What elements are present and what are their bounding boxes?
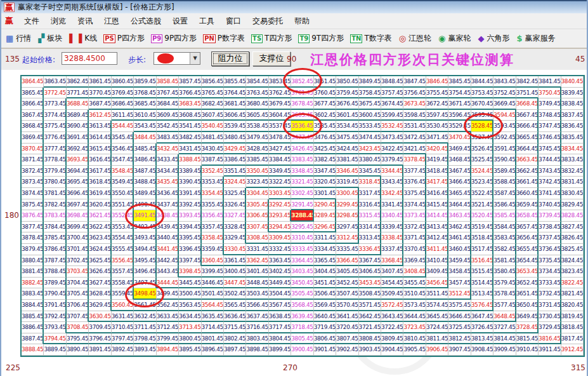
price-cell: 3881.45 xyxy=(22,266,44,278)
price-cell: 3619.45 xyxy=(89,188,111,199)
toolbar-button-sectors[interactable]: ▞板块 xyxy=(37,33,62,44)
price-cell: 3745.45 xyxy=(539,144,561,155)
toolbar-button-hexagon[interactable]: ◆六角形 xyxy=(477,33,509,44)
price-cell: 3639.45 xyxy=(291,311,313,323)
toolbar-button-gann-wheel[interactable]: ◎江恩轮 xyxy=(398,33,431,44)
price-cell: 3866.45 xyxy=(22,98,44,110)
price-cell: 3902.45 xyxy=(336,344,358,356)
price-cell: 3797.45 xyxy=(112,333,134,345)
price-cell: 3299.45 xyxy=(336,199,358,211)
toolbar-button-quotes[interactable]: ▦行情 xyxy=(5,33,31,44)
price-cell: 3385.45 xyxy=(246,154,268,166)
menu-item-公式选股[interactable]: 公式选股 xyxy=(125,14,167,29)
price-cell: 3497.45 xyxy=(134,278,156,289)
price-cell: 3713.45 xyxy=(179,322,201,333)
menu-item-工具[interactable]: 工具 xyxy=(193,14,220,29)
toolbar-button-9p-square[interactable]: P99P四方形 xyxy=(151,33,197,44)
price-cell: 3399.45 xyxy=(202,266,224,278)
price-cell: 3613.45 xyxy=(89,121,111,132)
toolbar-button-9t-square[interactable]: T99T四方形 xyxy=(298,33,344,44)
menu-item-帮助[interactable]: 帮助 xyxy=(289,14,315,29)
price-cell: 3356.45 xyxy=(202,210,224,222)
start-price-input[interactable] xyxy=(62,52,117,65)
price-cell: 3776.45 xyxy=(44,132,66,144)
price-cell: 3417.45 xyxy=(426,177,448,188)
price-cell: 3667.45 xyxy=(516,110,539,121)
menu-item-文件[interactable]: 文件 xyxy=(18,14,45,29)
price-cell: 3576.45 xyxy=(471,300,493,311)
toolbar-button-kline[interactable]: ▌▐K线 xyxy=(69,33,97,44)
price-cell: 3387.45 xyxy=(202,154,224,166)
price-cell: 3878.45 xyxy=(22,232,44,244)
winner-wheel-icon: ◉ xyxy=(438,34,446,43)
resistance-button[interactable]: 阻力位 xyxy=(211,51,249,66)
price-cell: 3819.45 xyxy=(561,311,584,323)
toolbar-button-p-square[interactable]: PSP四方形 xyxy=(103,33,145,44)
step-dropdown[interactable]: ▼ xyxy=(154,52,200,65)
price-cell: 3293.45 xyxy=(269,210,291,222)
price-cell: 3707.45 xyxy=(67,311,89,323)
p9-icon: P9 xyxy=(151,34,162,43)
price-cell: 3901.45 xyxy=(314,344,336,356)
price-cell: 3843.45 xyxy=(493,76,516,88)
price-cell: 3514.45 xyxy=(471,278,493,289)
dropdown-arrow-icon[interactable]: ▼ xyxy=(190,53,200,64)
toolbar-button-p-table[interactable]: PNP数字表 xyxy=(203,33,245,44)
price-cell: 3636.45 xyxy=(224,311,246,323)
price-cell: 3383.45 xyxy=(291,154,313,166)
price-cell: 3319.45 xyxy=(336,177,358,188)
price-cell: 3845.45 xyxy=(448,76,471,88)
price-cell: 3766.45 xyxy=(179,88,201,99)
price-cell: 3861.45 xyxy=(89,76,111,88)
price-cell: 3700.45 xyxy=(67,232,89,244)
menu-item-设置[interactable]: 设置 xyxy=(167,14,193,29)
price-cell: 3376.45 xyxy=(403,177,426,188)
menu-item-交易委托[interactable]: 交易委托 xyxy=(247,14,289,29)
price-cell: 3414.45 xyxy=(426,210,448,222)
price-cell: 3360.45 xyxy=(202,255,224,267)
step-label: 步长: xyxy=(128,55,146,65)
price-cell: 3768.45 xyxy=(134,88,156,99)
price-cell: 3722.45 xyxy=(381,322,403,333)
price-cell: 3398.45 xyxy=(179,266,201,278)
price-cell: 3401.45 xyxy=(246,266,268,278)
toolbar-label: P四方形 xyxy=(117,33,145,44)
price-cell: 3292.45 xyxy=(269,199,291,211)
price-cell: 3491.45 xyxy=(134,210,156,222)
menu-item-资讯[interactable]: 资讯 xyxy=(72,14,98,29)
price-cell: 3631.45 xyxy=(112,311,134,323)
toolbar-button-t-square[interactable]: TST四方形 xyxy=(251,33,292,44)
blocks-icon: ▞ xyxy=(37,34,45,43)
support-button[interactable]: 支撑位 xyxy=(252,51,291,66)
price-cell: 3756.45 xyxy=(403,88,426,99)
price-cell: 3697.45 xyxy=(67,199,89,211)
toolbar-button-winner-wheel[interactable]: ◉赢家轮 xyxy=(438,33,471,44)
price-cell: 3635.45 xyxy=(202,311,224,323)
price-cell: 3468.45 xyxy=(448,154,471,166)
price-cell: 3659.45 xyxy=(516,199,539,211)
toolbar-button-t-table[interactable]: TNT数字表 xyxy=(350,33,392,44)
menu-item-浏览[interactable]: 浏览 xyxy=(45,14,72,29)
tn-icon: TN xyxy=(350,34,362,43)
price-cell: 3851.45 xyxy=(314,76,336,88)
price-cell: 3855.45 xyxy=(224,76,246,88)
price-cell: 3403.45 xyxy=(291,266,313,278)
price-cell: 3767.45 xyxy=(157,88,179,99)
menu-item-江恩[interactable]: 江恩 xyxy=(98,14,125,29)
price-cell: 3560.45 xyxy=(112,300,134,311)
price-cell: 3410.45 xyxy=(426,255,448,267)
price-cell: 3735.45 xyxy=(539,255,561,267)
price-cell: 3445.45 xyxy=(179,278,201,289)
menu-item-窗口[interactable]: 窗口 xyxy=(220,14,247,29)
price-cell: 3850.45 xyxy=(336,76,358,88)
price-cell: 3694.45 xyxy=(67,166,89,177)
price-cell: 3330.45 xyxy=(224,244,246,255)
price-cell: 3441.45 xyxy=(157,244,179,255)
ts-icon: TS xyxy=(251,34,263,43)
price-cell: 3723.45 xyxy=(403,322,426,333)
controls-row: 135 起始价格: 步长: ▼ 阻力位 支撑位 90 江恩价格四方形次日关键位测… xyxy=(1,49,587,70)
center-price-cell: 3288.45 xyxy=(291,210,313,222)
toolbar-button-service[interactable]: $赢家服务 xyxy=(516,33,555,44)
price-cell: 3737.45 xyxy=(539,232,561,244)
price-cell: 3685.45 xyxy=(134,98,156,110)
